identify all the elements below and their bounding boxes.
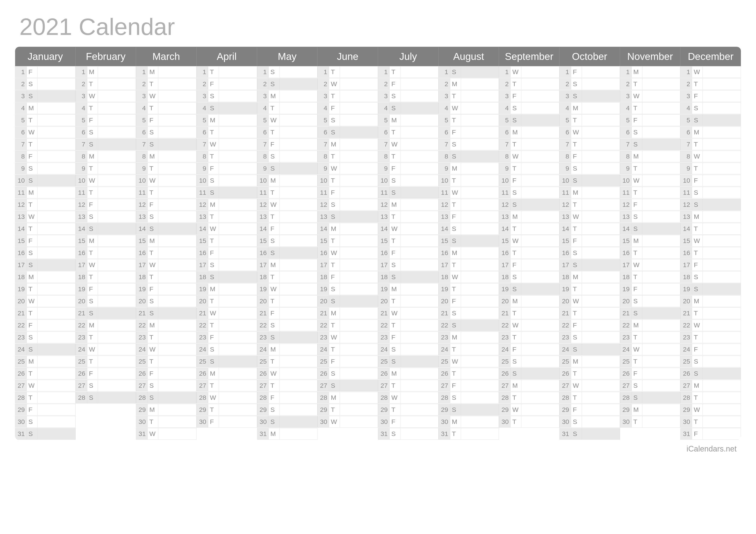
day-note-space (521, 199, 559, 211)
month-column: April1T2F3S4S5M6T7W8T9F10S11S12M13T14W15… (197, 47, 257, 440)
day-note-space (38, 319, 76, 331)
day-cell: 7T (499, 139, 559, 151)
day-number: 7 (15, 139, 27, 150)
day-of-week: W (632, 343, 642, 355)
day-of-week: T (571, 114, 582, 126)
day-note-space (582, 102, 620, 114)
day-number: 29 (317, 404, 329, 416)
day-number: 13 (499, 211, 511, 222)
day-number: 20 (136, 295, 148, 307)
day-cell: 16T (680, 247, 741, 259)
day-number: 5 (499, 114, 511, 126)
day-number: 11 (439, 187, 450, 198)
day-number: 6 (620, 126, 632, 138)
day-cell: 26F (620, 368, 681, 380)
day-number: 10 (257, 175, 269, 186)
day-note-space (400, 307, 439, 319)
day-of-week: W (692, 151, 703, 162)
day-note-space (219, 368, 257, 379)
day-of-week: S (329, 295, 340, 307)
day-note-space (521, 163, 559, 174)
day-note-space (219, 332, 257, 343)
day-of-week: T (269, 211, 280, 222)
day-note-space (521, 114, 559, 126)
day-number: 25 (257, 356, 269, 367)
day-note-space (280, 343, 318, 355)
day-number: 10 (680, 175, 692, 186)
day-cell: 3W (76, 90, 136, 102)
day-cell: 23S (559, 332, 620, 343)
day-of-week: S (632, 139, 642, 150)
day-note-space (582, 319, 620, 331)
day-number: 4 (15, 102, 27, 114)
day-number: 31 (15, 428, 27, 440)
day-note-space (340, 102, 378, 114)
day-cell: 24M (257, 343, 318, 356)
day-note-space (461, 223, 499, 235)
day-cell: 16S (559, 247, 620, 259)
day-cell: 21M (317, 307, 378, 319)
day-note-space (703, 380, 741, 392)
day-number: 28 (559, 392, 571, 403)
day-of-week: F (450, 211, 461, 222)
day-cell: 19T (15, 283, 76, 295)
day-cell: 16F (378, 247, 439, 259)
day-cell: 24S (15, 343, 76, 356)
day-of-week: M (692, 126, 703, 138)
day-cell: 14T (499, 223, 559, 235)
day-of-week: M (269, 428, 280, 440)
day-number: 23 (136, 332, 148, 343)
day-cell: 17S (559, 259, 620, 271)
day-note-space (158, 78, 197, 90)
day-of-week: F (208, 163, 219, 174)
day-cell: 25S (378, 356, 439, 368)
day-note-space (400, 151, 439, 162)
day-cell: 10W (620, 175, 681, 187)
day-of-week: M (329, 307, 340, 319)
day-cell: 2F (197, 78, 257, 90)
day-note-space (38, 247, 76, 259)
day-number: 6 (15, 126, 27, 138)
day-note-space (461, 102, 499, 114)
day-cell: 26W (257, 368, 318, 380)
day-cell: 8S (257, 151, 318, 163)
day-number: 2 (620, 78, 632, 90)
day-of-week: F (269, 223, 280, 235)
day-of-week: T (450, 175, 461, 186)
day-of-week: T (390, 404, 400, 416)
day-note-space (219, 211, 257, 222)
day-cell: 5M (378, 114, 439, 126)
day-of-week: M (390, 368, 400, 379)
day-of-week: M (511, 380, 521, 392)
month-header: May (257, 47, 318, 66)
day-cell: 3S (197, 90, 257, 102)
day-of-week: F (511, 259, 521, 271)
day-of-week: T (511, 392, 521, 403)
day-cell: 18S (378, 271, 439, 283)
day-number: 22 (439, 319, 450, 331)
day-of-week: S (632, 295, 642, 307)
day-cell: 1F (559, 66, 620, 78)
day-of-week: M (27, 102, 38, 114)
day-cell: 27S (620, 380, 681, 392)
day-cell: 8M (136, 151, 197, 163)
day-number: 12 (439, 199, 450, 211)
day-note-space (98, 223, 136, 235)
day-of-week: T (208, 151, 219, 162)
day-number: 24 (439, 343, 450, 355)
day-note-space (521, 139, 559, 150)
day-of-week: T (632, 332, 642, 343)
day-number: 21 (439, 307, 450, 319)
day-of-week: M (208, 114, 219, 126)
day-of-week: S (390, 343, 400, 355)
day-of-week: S (87, 295, 98, 307)
day-number: 8 (197, 151, 208, 162)
day-of-week: S (148, 380, 158, 392)
day-number: 20 (378, 295, 390, 307)
day-number: 26 (499, 368, 511, 379)
day-note-space (582, 283, 620, 295)
day-note-space (98, 295, 136, 307)
day-number: 10 (317, 175, 329, 186)
day-note-space (98, 102, 136, 114)
day-number: 25 (680, 356, 692, 367)
